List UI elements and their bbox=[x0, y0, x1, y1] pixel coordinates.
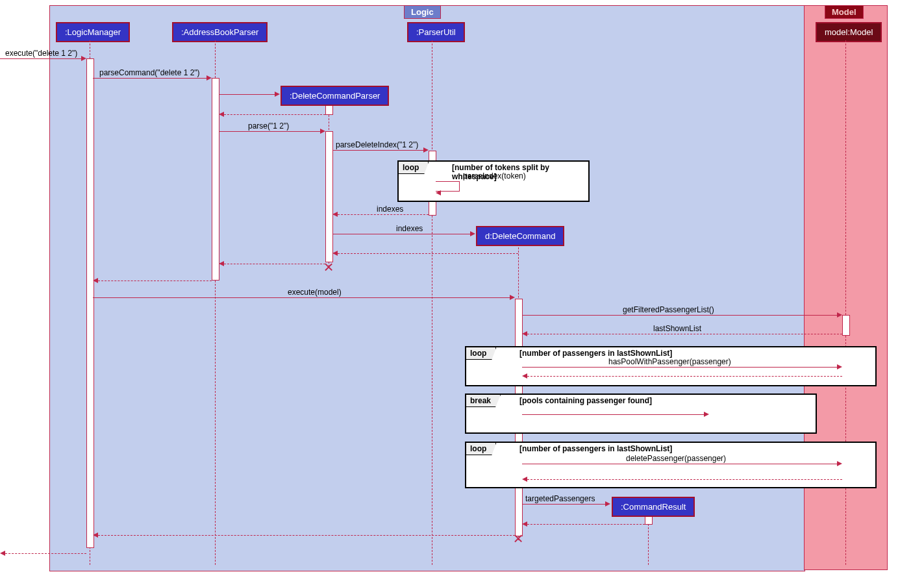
msg-execute-model: execute(model) bbox=[93, 288, 515, 298]
msg-delete-passenger: deletePassenger(passenger) bbox=[522, 455, 842, 464]
logic-group-label: Logic bbox=[404, 5, 441, 19]
msg-delete-passenger-return bbox=[522, 470, 842, 480]
msg-targeted-passengers: targetedPassengers bbox=[522, 495, 610, 505]
msg-return-d-3 bbox=[93, 271, 212, 281]
msg-return-d-1 bbox=[332, 244, 518, 254]
msg-return-result bbox=[93, 526, 515, 536]
msg-return-create-dcp bbox=[219, 105, 325, 115]
msg-last-shown-list: lastShownList bbox=[522, 325, 842, 334]
participant-delete-command-parser: :DeleteCommandParser bbox=[281, 86, 389, 106]
participant-command-result: :CommandResult bbox=[612, 497, 695, 517]
msg-return-r bbox=[522, 515, 645, 525]
participant-logic-manager: :LogicManager bbox=[56, 22, 130, 42]
msg-indexes-create-dc: indexes bbox=[332, 225, 475, 234]
msg-return-d-2 bbox=[219, 255, 325, 264]
msg-get-filtered-passenger-list: getFilteredPassengerList() bbox=[522, 306, 842, 316]
participant-model: model:Model bbox=[816, 22, 882, 42]
participant-address-book-parser: :AddressBookParser bbox=[172, 22, 268, 42]
msg-parse-index: parseIndex(token) bbox=[436, 172, 527, 182]
msg-parse: parse("1 2") bbox=[219, 122, 325, 132]
destroy-delete-command: × bbox=[512, 532, 525, 545]
msg-has-pool-with-passenger: hasPoolWithPassenger(passenger) bbox=[522, 358, 842, 368]
msg-parse-command: parseCommand("delete 1 2") bbox=[93, 69, 212, 79]
msg-create-delete-command-parser bbox=[219, 85, 280, 95]
destroy-delete-command-parser: × bbox=[322, 261, 335, 274]
activation-model-1 bbox=[842, 315, 850, 336]
msg-execute-delete: execute("delete 1 2") bbox=[0, 49, 86, 59]
activation-delete-command-parser-2 bbox=[325, 131, 333, 262]
activation-logic-manager bbox=[86, 58, 94, 548]
msg-create-command-exception bbox=[522, 405, 709, 415]
msg-has-pool-return bbox=[522, 367, 842, 377]
participant-delete-command: d:DeleteCommand bbox=[476, 226, 564, 246]
participant-parser-util: :ParserUtil bbox=[407, 22, 465, 42]
lifeline-parser-util bbox=[432, 40, 432, 565]
msg-parse-index-return bbox=[436, 184, 462, 194]
sequence-diagram: Logic Model :LogicManager :AddressBookPa… bbox=[0, 0, 924, 587]
model-group-label: Model bbox=[825, 5, 864, 19]
msg-return-outside bbox=[0, 544, 86, 554]
msg-indexes-1: indexes bbox=[332, 205, 429, 215]
msg-parse-delete-index: parseDeleteIndex("1 2") bbox=[332, 141, 429, 151]
